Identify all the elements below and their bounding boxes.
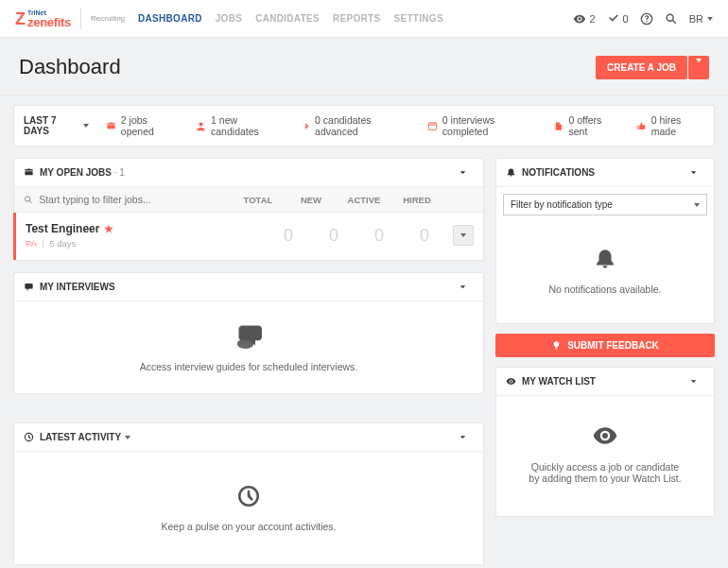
stat-jobs-opened: 2 jobs opened (106, 114, 179, 137)
stat-interviews-completed: 0 interviews completed (427, 114, 537, 137)
calendar-icon (427, 121, 438, 131)
separator: | (42, 238, 43, 249)
main-nav: DASHBOARD JOBS CANDIDATES REPORTS SETTIN… (138, 13, 443, 24)
search-icon (24, 195, 33, 205)
stat-text: 0 hires made (651, 114, 704, 137)
stat-text: 0 offers sent (568, 114, 618, 137)
summary-stats-bar: LAST 7 DAYS 2 jobs opened 1 new candidat… (13, 105, 715, 146)
page-title: Dashboard (19, 55, 596, 79)
panel-title: LATEST ACTIVITY (40, 432, 121, 442)
search-icon[interactable] (665, 12, 678, 26)
panel-title: NOTIFICATIONS (522, 167, 595, 178)
checks-stat[interactable]: 0 (607, 12, 629, 26)
chevron-down-icon (458, 432, 468, 442)
date-range-label: LAST 7 DAYS (24, 115, 80, 136)
caret-down-icon (460, 233, 466, 237)
job-actions-dropdown[interactable] (453, 225, 474, 246)
empty-line-2: by adding them to your Watch List. (529, 473, 681, 484)
nav-reports[interactable]: REPORTS (333, 13, 380, 24)
panel-title: MY INTERVIEWS (40, 282, 115, 292)
col-total: TOTAL (235, 195, 281, 205)
briefcase-icon (106, 121, 116, 131)
job-count-active: 0 (356, 226, 402, 246)
arrow-right-icon (300, 121, 310, 131)
stat-text: 0 interviews completed (442, 114, 537, 137)
logo-separator (80, 9, 81, 29)
job-count-total: 0 (266, 226, 311, 246)
interviews-panel: MY INTERVIEWS Access interview guides fo… (13, 272, 484, 394)
empty-line-1: Quickly access a job or candidate (531, 461, 679, 473)
document-icon (553, 121, 563, 131)
thumbs-up-icon (636, 121, 647, 131)
open-jobs-count: 1 (119, 167, 125, 178)
logo[interactable]: Z TriNet zenefits Recruiting (15, 9, 125, 29)
title-row: Dashboard CREATE A JOB (0, 38, 728, 95)
eye-icon (506, 376, 516, 387)
eye-icon (592, 422, 618, 452)
check-icon (607, 12, 620, 26)
chevron-down-icon (458, 167, 468, 178)
watchlist-panel: MY WATCH LIST Quickly access a job or ca… (495, 367, 715, 517)
star-icon[interactable]: ★ (104, 223, 113, 235)
job-row[interactable]: Test Engineer ★ PA | 5 days 0 0 0 0 (13, 213, 483, 260)
nav-candidates[interactable]: CANDIDATES (255, 13, 320, 24)
views-stat[interactable]: 2 (573, 12, 595, 26)
stat-text: 2 jobs opened (121, 114, 179, 137)
chevron-down-icon (688, 167, 699, 178)
col-hired: HIRED (394, 195, 440, 205)
stat-candidates-advanced: 0 candidates advanced (300, 114, 410, 137)
date-range-dropdown[interactable]: LAST 7 DAYS (24, 115, 89, 136)
caret-down-icon (694, 203, 700, 207)
create-job-button[interactable]: CREATE A JOB (596, 56, 687, 79)
col-new: NEW (288, 195, 334, 205)
notification-type-filter[interactable]: Filter by notification type (503, 194, 707, 215)
user-icon (196, 121, 206, 131)
interviews-empty: Access interview guides for scheduled in… (14, 301, 483, 393)
chevron-down-icon (458, 282, 468, 292)
submit-feedback-button[interactable]: SUBMIT FEEDBACK (495, 334, 715, 357)
open-jobs-header[interactable]: MY OPEN JOBS · 1 (14, 159, 483, 187)
latest-activity-header[interactable]: LATEST ACTIVITY (14, 423, 483, 452)
job-location: PA (26, 238, 36, 249)
caret-down-icon (707, 17, 713, 21)
views-count: 2 (589, 13, 595, 25)
chevron-down-icon (688, 376, 699, 387)
notifications-panel: NOTIFICATIONS Filter by notification typ… (495, 158, 715, 324)
bulb-icon (551, 340, 562, 351)
logo-mark-icon: Z (15, 10, 24, 27)
open-jobs-filter-row: TOTAL NEW ACTIVE HIRED (14, 187, 483, 213)
topbar: Z TriNet zenefits Recruiting DASHBOARD J… (0, 0, 728, 38)
nav-settings[interactable]: SETTINGS (393, 13, 442, 24)
stat-text: 0 candidates advanced (315, 114, 410, 137)
nav-jobs[interactable]: JOBS (216, 13, 242, 24)
job-filter-input[interactable] (39, 194, 228, 205)
notifications-header[interactable]: NOTIFICATIONS (496, 159, 714, 187)
stat-new-candidates: 1 new candidates (196, 114, 283, 137)
job-info: Test Engineer ★ PA | 5 days (26, 222, 266, 249)
job-age: 5 days (49, 238, 76, 249)
empty-message: Keep a pulse on your account activities. (161, 521, 336, 532)
panel-title: MY OPEN JOBS (40, 167, 112, 178)
logo-recruiting: Recruiting (91, 15, 125, 23)
comment-icon (24, 282, 34, 292)
clock-icon (236, 484, 261, 511)
caret-down-icon (696, 59, 702, 73)
col-active: ACTIVE (341, 195, 387, 205)
nav-dashboard[interactable]: DASHBOARD (138, 13, 202, 24)
logo-zenefits: zenefits (27, 16, 71, 28)
job-filter-search[interactable] (24, 194, 228, 205)
interviews-header[interactable]: MY INTERVIEWS (14, 273, 483, 301)
job-title: Test Engineer (26, 222, 99, 235)
job-count-hired: 0 (402, 226, 447, 246)
help-icon[interactable] (640, 12, 653, 26)
create-job-dropdown-button[interactable] (688, 56, 709, 79)
checks-count: 0 (623, 13, 629, 25)
watchlist-header[interactable]: MY WATCH LIST (496, 368, 714, 396)
clock-icon (24, 432, 34, 442)
top-right: 2 0 BR (573, 12, 713, 26)
latest-activity-empty: Keep a pulse on your account activities. (14, 452, 483, 564)
briefcase-icon (24, 167, 34, 178)
open-jobs-panel: MY OPEN JOBS · 1 TOTAL NEW ACTIVE HIRED (13, 158, 484, 261)
user-menu[interactable]: BR (689, 13, 713, 25)
empty-message: Access interview guides for scheduled in… (140, 361, 358, 372)
